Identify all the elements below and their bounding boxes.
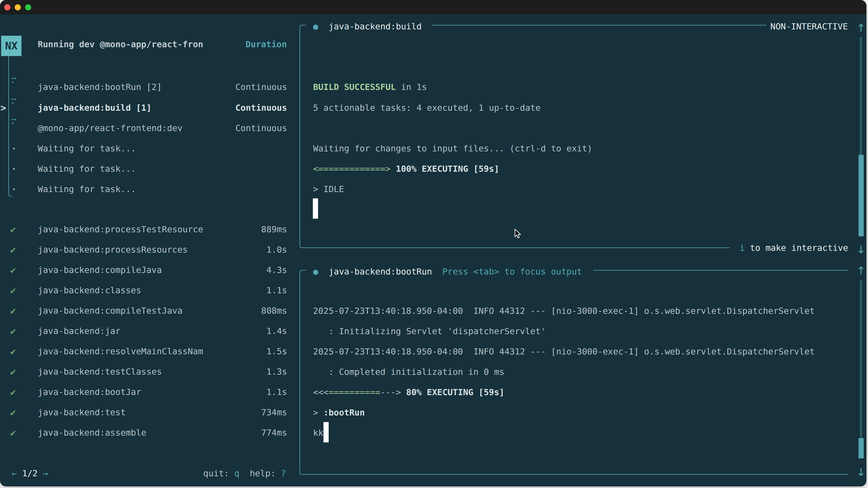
task-row-frontend-dev[interactable]: @mono-app/react-frontend:devContinuous	[0, 123, 287, 133]
task-name: java-backend:assemble	[38, 428, 146, 438]
task-row-waiting-2[interactable]: ·Waiting for task...	[0, 164, 287, 174]
task-duration: 1.1s	[266, 285, 287, 295]
interactive-hint-text: to make interactive	[745, 243, 848, 253]
task-row-build-selected[interactable]: java-backend:build [1]Continuous	[0, 103, 287, 113]
scroll-down-arrow-bootrun[interactable]	[858, 468, 864, 477]
scroll-up-arrow-build[interactable]	[858, 23, 864, 32]
scrollbar-track-build[interactable]	[860, 37, 862, 155]
check-icon: ✔	[9, 265, 17, 275]
task-status: Continuous	[235, 82, 287, 92]
completed-task-row[interactable]: ✔java-backend:classes1.1s	[0, 285, 287, 295]
task-duration: 889ms	[261, 224, 287, 234]
bootrun-panel-border-bottom	[305, 474, 848, 475]
bootrun-input-line: kk	[313, 428, 323, 438]
task-duration: 1.4s	[266, 326, 287, 336]
task-duration: 1.3s	[266, 367, 287, 377]
task-name: java-backend:resolveMainClassNam	[38, 346, 203, 357]
bootrun-panel-title: java-backend:bootRun	[329, 267, 432, 276]
progress-tail: --->	[380, 387, 401, 397]
completed-task-row[interactable]: ✔java-backend:resolveMainClassNam1.5s	[0, 346, 287, 357]
check-icon: ✔	[9, 346, 17, 357]
build-panel-header: ● java-backend:build	[313, 22, 422, 32]
spinner-icon	[12, 98, 13, 100]
task-duration: 1.0s	[266, 245, 287, 255]
progress-bar-80: ==========	[329, 387, 380, 397]
task-row-bootrun[interactable]: java-backend:bootRun [2]Continuous	[0, 82, 287, 92]
completed-task-row[interactable]: ✔java-backend:testClasses1.3s	[0, 367, 287, 377]
task-name: java-backend:compileTestJava	[38, 306, 183, 316]
completed-task-row[interactable]: ✔java-backend:test734ms	[0, 408, 287, 418]
bootrun-panel-border-corner-bl	[300, 470, 306, 475]
build-panel-border-top	[432, 25, 766, 26]
task-duration: 1.5s	[266, 346, 287, 357]
progress-head: <<<	[313, 387, 329, 397]
task-status: Continuous	[235, 123, 287, 133]
task-name: java-backend:processTestResource	[38, 224, 203, 234]
check-icon: ✔	[9, 428, 17, 438]
pending-bullet-icon: ·	[11, 184, 16, 194]
task-name: java-backend:processResources	[38, 245, 188, 255]
interactive-hint-key[interactable]: i	[740, 243, 745, 253]
task-name: java-backend:bootJar	[38, 387, 141, 397]
build-panel-border-bottom	[305, 248, 730, 248]
task-dot-icon: ●	[313, 22, 318, 31]
log-line: 2025-07-23T13:40:18.950-04:00 INFO 44312…	[313, 306, 815, 316]
minimize-button[interactable]	[15, 4, 21, 10]
task-name: Waiting for task...	[38, 143, 136, 154]
scrollbar-track-bootrun[interactable]	[860, 280, 862, 438]
task-name: Waiting for task...	[38, 164, 136, 174]
spinner-icon	[12, 119, 13, 120]
page-right-arrow-icon[interactable]: →	[43, 468, 48, 478]
command-text: :bootRun	[323, 408, 365, 418]
zoom-button[interactable]	[25, 4, 31, 10]
interactive-hint: i to make interactive	[740, 243, 848, 253]
task-name: @mono-app/react-frontend:dev	[38, 123, 183, 133]
quit-label: quit:	[203, 468, 234, 478]
task-dot-icon: ●	[313, 267, 318, 276]
completed-task-row[interactable]: ✔java-backend:compileTestJava808ms	[0, 306, 287, 316]
keyboard-hints: quit: q help: ?	[203, 468, 286, 479]
log-line: 2025-07-23T13:40:18.950-04:00 INFO 44312…	[313, 347, 815, 357]
build-idle-line: > IDLE	[313, 184, 344, 194]
build-success-label: BUILD SUCCESSFUL	[313, 82, 396, 92]
scrollbar-thumb-bootrun[interactable]	[859, 438, 864, 458]
completed-task-row[interactable]: ✔java-backend:processTestResource889ms	[0, 224, 287, 234]
help-label: help:	[239, 468, 281, 478]
quit-key[interactable]: q	[234, 468, 239, 478]
task-name: java-backend:build [1]	[38, 103, 151, 113]
log-line: : Completed initialization in 0 ms	[313, 367, 504, 377]
task-name: Waiting for task...	[38, 184, 136, 194]
scroll-up-arrow-bootrun[interactable]	[858, 266, 864, 275]
task-duration: 734ms	[261, 408, 287, 418]
page-left-arrow-icon[interactable]: ←	[12, 468, 17, 478]
help-key[interactable]: ?	[281, 468, 286, 478]
check-icon: ✔	[9, 367, 17, 377]
build-success-time: in 1s	[396, 82, 427, 92]
close-button[interactable]	[4, 4, 10, 10]
scrollbar-thumb-build[interactable]	[859, 155, 864, 236]
task-duration: 774ms	[261, 428, 287, 438]
build-tasks-summary: 5 actionable tasks: 4 executed, 1 up-to-…	[313, 103, 541, 113]
completed-task-row[interactable]: ✔java-backend:processResources1.0s	[0, 245, 287, 255]
completed-task-row[interactable]: ✔java-backend:compileJava4.3s	[0, 265, 287, 275]
nx-logo: NX	[1, 36, 22, 56]
task-name: java-backend:jar	[38, 326, 121, 336]
completed-task-row[interactable]: ✔java-backend:jar1.4s	[0, 326, 287, 336]
progress-bar-100: <=============>	[313, 164, 391, 174]
scroll-down-arrow-build[interactable]	[858, 245, 864, 254]
completed-task-row[interactable]: ✔java-backend:bootJar1.1s	[0, 387, 287, 397]
pagination: ← 1/2 →	[12, 468, 48, 479]
completed-task-row[interactable]: ✔java-backend:assemble774ms	[0, 428, 287, 438]
task-name: java-backend:testClasses	[38, 367, 162, 377]
build-panel-mode-badge: NON-INTERACTIVE	[770, 22, 848, 32]
task-status: Continuous	[235, 103, 287, 113]
task-row-waiting-1[interactable]: ·Waiting for task...	[0, 143, 287, 154]
check-icon: ✔	[9, 408, 17, 418]
check-icon: ✔	[9, 285, 17, 295]
command-prompt: >	[313, 408, 323, 418]
window-titlebar	[0, 0, 866, 14]
terminal-cursor-bootrun	[323, 422, 329, 442]
pending-bullet-icon: ·	[11, 143, 16, 154]
page-indicator: 1/2	[22, 468, 38, 478]
task-row-waiting-3[interactable]: ·Waiting for task...	[0, 184, 287, 194]
